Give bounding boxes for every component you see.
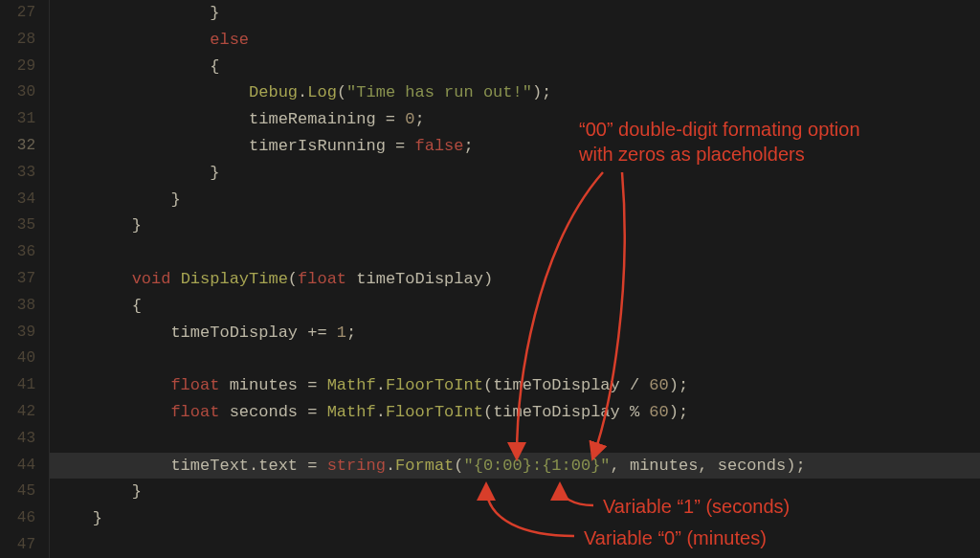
annotation-var0: Variable “0” (minutes): [584, 525, 767, 550]
line-number: 47: [0, 532, 35, 558]
code-editor: 2728293031323334353637383940414243444546…: [0, 0, 980, 558]
line-number: 46: [0, 505, 35, 532]
line-number: 32: [0, 133, 35, 160]
code-line-37: void DisplayTime(float timeToDisplay): [50, 266, 980, 293]
code-line-42: float seconds = Mathf.FloorToInt(timeToD…: [50, 399, 980, 426]
code-line-28: else: [50, 27, 980, 54]
line-number: 31: [0, 106, 35, 133]
line-number: 30: [0, 79, 35, 106]
code-line-34: }: [50, 187, 980, 213]
line-number: 28: [0, 27, 35, 54]
line-number: 35: [0, 212, 35, 239]
code-line-29: {: [50, 54, 980, 80]
code-line-44: timeText.text = string.Format("{0:00}:{1…: [50, 453, 980, 480]
line-number: 42: [0, 399, 35, 426]
line-number-gutter: 2728293031323334353637383940414243444546…: [0, 0, 50, 558]
code-line-30: Debug.Log("Time has run out!");: [50, 79, 980, 106]
line-number: 39: [0, 320, 35, 346]
code-line-46: }: [50, 505, 980, 532]
code-line-45: }: [50, 479, 980, 505]
annotation-format-option: “00” double-digit formating option with …: [579, 117, 962, 167]
line-number: 44: [0, 453, 35, 480]
line-number: 34: [0, 187, 35, 213]
code-line-36: [50, 239, 980, 266]
code-line-43: [50, 426, 980, 453]
line-number: 45: [0, 479, 35, 505]
line-number: 27: [0, 0, 35, 27]
code-line-35: }: [50, 212, 980, 239]
code-line-38: {: [50, 293, 980, 320]
line-number: 36: [0, 239, 35, 266]
line-number: 41: [0, 372, 35, 399]
code-line-40: [50, 346, 980, 372]
code-line-27: }: [50, 0, 980, 27]
line-number: 43: [0, 426, 35, 453]
line-number: 40: [0, 346, 35, 372]
code-line-41: float minutes = Mathf.FloorToInt(timeToD…: [50, 372, 980, 399]
code-area[interactable]: } else { Debug.Log("Time has run out!");…: [50, 0, 980, 558]
code-line-39: timeToDisplay += 1;: [50, 320, 980, 346]
line-number: 33: [0, 160, 35, 187]
code-line-47: [50, 532, 980, 558]
line-number: 29: [0, 54, 35, 80]
line-number: 37: [0, 266, 35, 293]
line-number: 38: [0, 293, 35, 320]
annotation-var1: Variable “1” (seconds): [603, 494, 790, 519]
